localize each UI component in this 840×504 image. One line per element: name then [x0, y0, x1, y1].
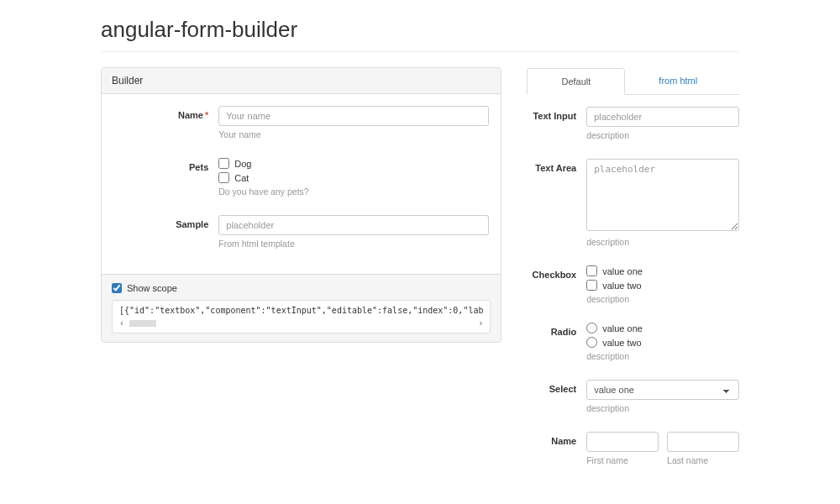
text-input-field[interactable] — [586, 107, 739, 127]
pets-label: Pets — [113, 158, 218, 197]
preview-column: Default from html Text Input description… — [527, 67, 739, 479]
checkbox-label: Checkbox — [527, 265, 586, 304]
scope-code: [{"id":"textbox","component":"textInput"… — [112, 300, 491, 333]
text-input-label: Text Input — [527, 107, 586, 140]
sample-help: From html template — [218, 239, 489, 249]
tab-from-html[interactable]: from html — [625, 68, 731, 95]
field-select: Select value one description — [527, 380, 739, 413]
radio-2[interactable] — [586, 337, 597, 348]
main-columns: Builder Name* Your name Pets — [101, 67, 739, 479]
name-pair-label: Name — [527, 432, 586, 465]
radio-help: description — [586, 351, 739, 361]
preview-tabs: Default from html — [527, 67, 739, 95]
pets-option-dog[interactable]: Dog — [218, 158, 489, 169]
field-text-input: Text Input description — [527, 107, 739, 140]
field-sample: Sample From html template — [113, 215, 489, 249]
scroll-right-icon[interactable]: › — [478, 318, 483, 328]
builder-column: Builder Name* Your name Pets — [101, 67, 501, 479]
select-help: description — [586, 403, 739, 413]
select-label: Select — [527, 380, 586, 413]
last-name-help: Last name — [667, 455, 739, 465]
pets-help: Do you have any pets? — [218, 186, 489, 197]
name-help: Your name — [218, 129, 489, 139]
field-pets: Pets Dog Cat Do you have any pets? — [113, 158, 489, 197]
scope-scrollbar[interactable]: ‹ › — [119, 318, 483, 328]
name-label: Name* — [113, 106, 218, 139]
field-name: Name* Your name — [113, 106, 489, 139]
pets-checkbox-dog[interactable] — [218, 158, 229, 169]
text-area-label: Text Area — [527, 159, 586, 247]
radio-option-2[interactable]: value two — [586, 337, 739, 348]
scroll-thumb[interactable] — [129, 320, 156, 327]
show-scope-toggle[interactable]: Show scope — [112, 283, 491, 293]
last-name-input[interactable] — [667, 432, 739, 452]
pets-option-cat[interactable]: Cat — [218, 172, 489, 183]
select-field[interactable]: value one — [586, 380, 739, 400]
text-input-help: description — [586, 130, 739, 140]
builder-heading: Builder — [102, 68, 501, 94]
field-name-pair: Name First name Last name — [527, 432, 739, 465]
divider — [101, 51, 739, 52]
checkbox-help: description — [586, 294, 739, 304]
first-name-input[interactable] — [586, 432, 659, 452]
page-title: angular-form-builder — [101, 17, 739, 43]
field-text-area: Text Area description — [527, 159, 739, 247]
required-asterisk: * — [205, 110, 208, 120]
radio-1[interactable] — [586, 323, 597, 333]
first-name-help: First name — [586, 455, 659, 465]
text-area-help: description — [586, 237, 739, 247]
checkbox-2[interactable] — [586, 280, 597, 291]
radio-label: Radio — [527, 323, 586, 361]
name-input[interactable] — [218, 106, 489, 126]
field-checkbox: Checkbox value one value two description — [527, 265, 739, 304]
pets-checkbox-cat[interactable] — [218, 172, 229, 183]
show-scope-checkbox[interactable] — [112, 283, 122, 293]
scroll-left-icon[interactable]: ‹ — [119, 318, 124, 328]
builder-footer: Show scope [{"id":"textbox","component":… — [102, 274, 501, 342]
builder-body: Name* Your name Pets Dog — [102, 94, 501, 274]
text-area-field[interactable] — [586, 159, 739, 231]
checkbox-1[interactable] — [586, 265, 597, 276]
tab-default[interactable]: Default — [527, 68, 625, 95]
checkbox-option-2[interactable]: value two — [586, 280, 739, 291]
field-radio: Radio value one value two description — [527, 323, 739, 361]
sample-label: Sample — [113, 215, 218, 249]
sample-input[interactable] — [218, 215, 489, 235]
checkbox-option-1[interactable]: value one — [586, 265, 739, 276]
builder-panel: Builder Name* Your name Pets — [101, 67, 501, 343]
radio-option-1[interactable]: value one — [586, 323, 739, 333]
